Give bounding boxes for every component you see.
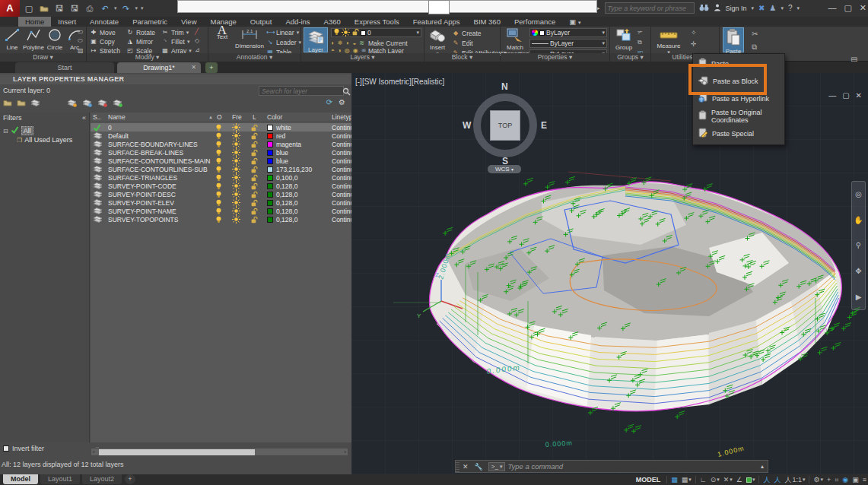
viewport-restore-icon[interactable]: ▢ bbox=[842, 91, 849, 100]
ribbon-options-icon[interactable]: ▣ ▾ bbox=[562, 17, 587, 27]
col-name[interactable]: Name bbox=[108, 113, 126, 121]
layer-states-manager-icon[interactable] bbox=[30, 99, 40, 109]
delete-layer-icon[interactable] bbox=[97, 99, 107, 109]
layer-name[interactable]: SURFACE-BREAK-LINES bbox=[108, 148, 183, 157]
navigation-wheel-icon[interactable]: ◎ bbox=[855, 190, 862, 198]
panel-label-modify[interactable]: Modify ▾ bbox=[87, 53, 208, 62]
terrain-surface-drawing[interactable]: ZY0.000m1.000m2.000m0.000m bbox=[351, 73, 868, 474]
undo-caret-icon[interactable]: ▾ bbox=[114, 5, 117, 11]
layer-on-bulb-icon[interactable] bbox=[215, 132, 222, 140]
sign-in-caret-icon[interactable]: ▾ bbox=[752, 5, 755, 11]
ribbon-tab-annotate[interactable]: Annotate bbox=[83, 17, 126, 27]
tab-start[interactable]: Start bbox=[15, 62, 114, 73]
layer-on-bulb-icon[interactable] bbox=[215, 140, 222, 148]
layer-row-surface-contourlines-main[interactable]: SURFACE-CONTOURLINES-MAINblueContinu... bbox=[91, 157, 351, 165]
layer-unlock-icon[interactable] bbox=[250, 173, 258, 182]
quick-select-icon[interactable]: ✧ bbox=[691, 29, 698, 36]
layer-row-default[interactable]: DefaultredContinu... bbox=[91, 132, 351, 140]
grid-display-icon[interactable]: ▦ bbox=[671, 476, 678, 483]
ribbon-tab-express-tools[interactable]: Express Tools bbox=[348, 17, 406, 27]
help-caret-icon[interactable]: ▾ bbox=[796, 5, 800, 11]
ribbon-tab-insert[interactable]: Insert bbox=[51, 17, 83, 27]
sort-asc-icon[interactable]: ▲ bbox=[208, 115, 213, 119]
redo-icon[interactable]: ↷ bbox=[120, 2, 132, 14]
panel-label-block[interactable]: Block ▾ bbox=[424, 53, 500, 62]
circle-button[interactable]: Circle bbox=[44, 27, 65, 52]
layer-freeze-sun-icon[interactable] bbox=[232, 190, 240, 198]
layer-freeze-sun-icon[interactable] bbox=[232, 215, 240, 223]
layer-name[interactable]: SURVEY-TOPOPOINTS bbox=[108, 215, 178, 223]
layer-freeze-sun-icon[interactable] bbox=[232, 157, 240, 165]
set-current-icon[interactable] bbox=[113, 99, 122, 109]
layer-name[interactable]: SURFACE-CONTOURLINES-SUB bbox=[108, 165, 208, 173]
measure-button[interactable]: Measure ▾ bbox=[656, 27, 682, 52]
layer-dropdown[interactable]: 0 ▾ bbox=[331, 28, 421, 37]
layer-freeze-sun-icon[interactable] bbox=[232, 132, 240, 140]
layer-freeze-sun-icon[interactable] bbox=[232, 140, 240, 148]
viewcube[interactable]: N W E S TOP WCS ▾ bbox=[455, 74, 546, 173]
ortho-mode-icon[interactable]: ∟ bbox=[700, 476, 707, 483]
customize-wrench-icon[interactable]: 🔧 bbox=[472, 463, 486, 471]
layer-color-swatch[interactable] bbox=[267, 123, 273, 132]
horizontal-scrollbar[interactable]: ‹ › bbox=[91, 448, 348, 456]
layer-freeze-sun-icon[interactable] bbox=[232, 165, 240, 173]
layer-color-swatch[interactable] bbox=[267, 173, 273, 182]
new-group-filter-icon[interactable] bbox=[17, 99, 26, 108]
ribbon-tab-bim-360[interactable]: BIM 360 bbox=[467, 17, 507, 27]
help-icon[interactable]: ? bbox=[788, 4, 793, 12]
ribbon-tab-featured-apps[interactable]: Featured Apps bbox=[406, 17, 467, 27]
layer-freeze-sun-icon[interactable] bbox=[232, 148, 240, 157]
filter-all[interactable]: ⊟ All bbox=[3, 126, 33, 135]
save-icon[interactable]: 🖫 bbox=[53, 2, 65, 14]
close-button[interactable]: ✕ bbox=[860, 3, 866, 13]
layer-isolate-icon[interactable]: ❄ bbox=[338, 40, 343, 46]
insert-button[interactable]: Insert ▾ bbox=[427, 27, 448, 52]
palette-title[interactable]: LAYER PROPERTIES MANAGER bbox=[0, 74, 351, 84]
layer-color-swatch[interactable] bbox=[267, 157, 273, 165]
layer-on-bulb-icon[interactable] bbox=[215, 157, 222, 165]
tree-expand-icon[interactable]: ⊟ bbox=[3, 128, 8, 135]
col-lock[interactable]: L bbox=[253, 113, 256, 121]
ribbon-tab-home[interactable]: Home bbox=[18, 17, 51, 27]
viewport-close-icon[interactable]: ✕ bbox=[856, 91, 862, 100]
panel-label-draw[interactable]: Draw ▾ bbox=[0, 53, 86, 62]
settings-gear-icon[interactable]: ⚙ bbox=[339, 98, 345, 106]
layer-freeze-sun-icon[interactable] bbox=[232, 198, 240, 207]
layer-row-survey-point-elev[interactable]: SURVEY-POINT-ELEV0,128,0Continu... bbox=[91, 198, 351, 207]
panel-label-layers[interactable]: Layers ▾ bbox=[301, 53, 424, 62]
rotate-button[interactable]: ↻Rotate bbox=[126, 28, 155, 36]
paste-button[interactable]: Paste ▾ bbox=[723, 27, 744, 52]
edit-button[interactable]: ✎Edit bbox=[452, 39, 507, 47]
orbit-icon[interactable]: ✥ bbox=[855, 267, 861, 275]
ungroup-icon[interactable]: ✃ bbox=[637, 29, 644, 36]
search-arrow-icon[interactable]: ▸ bbox=[597, 5, 600, 11]
refresh-icon[interactable]: ⟳ bbox=[326, 98, 332, 106]
restore-button[interactable]: ▢ bbox=[844, 3, 851, 13]
layer-name[interactable]: 0 bbox=[108, 123, 112, 132]
filter-all-used-layers[interactable]: ❒ All Used Layers bbox=[17, 136, 72, 144]
layer-name[interactable]: Default bbox=[108, 132, 129, 140]
autoscale-icon[interactable]: 人 bbox=[774, 475, 781, 485]
point-icon[interactable]: ✛ bbox=[691, 40, 698, 48]
leader-button[interactable]: ↘Leader▾ bbox=[266, 38, 301, 46]
snap-mode-icon[interactable]: ▦▾ bbox=[682, 476, 692, 483]
tab-layout1[interactable]: Layout1 bbox=[40, 474, 80, 484]
command-history-icon[interactable]: ▴ bbox=[761, 463, 768, 470]
tab-drawing1[interactable]: Drawing1* ✕ bbox=[117, 62, 201, 73]
layer-unlock-icon[interactable] bbox=[250, 198, 258, 207]
linetype-dropdown[interactable]: ByLayer▾ bbox=[529, 39, 607, 48]
command-prompt-text[interactable]: Type a command bbox=[507, 462, 761, 471]
layer-name[interactable]: SURFACE-CONTOURLINES-MAIN bbox=[108, 157, 210, 165]
layer-color-swatch[interactable] bbox=[267, 190, 273, 198]
model-space-badge[interactable]: MODEL bbox=[634, 476, 663, 483]
exchange-apps-icon[interactable]: ✖ bbox=[758, 4, 765, 12]
layer-on-bulb-icon[interactable] bbox=[215, 123, 222, 132]
minimize-button[interactable]: — bbox=[828, 3, 836, 12]
scrollbar-thumb[interactable] bbox=[99, 449, 255, 455]
object-snap-tracking-icon[interactable]: ∠ bbox=[736, 476, 742, 483]
object-snap-icon[interactable]: ▾ bbox=[746, 477, 755, 483]
layer-name[interactable]: SURVEY-POINT-ELEV bbox=[108, 198, 174, 207]
layer-unlock-icon[interactable] bbox=[250, 215, 258, 223]
ribbon-tab-view[interactable]: View bbox=[174, 17, 203, 27]
layer-name[interactable]: SURVEY-POINT-DESC bbox=[108, 190, 176, 198]
